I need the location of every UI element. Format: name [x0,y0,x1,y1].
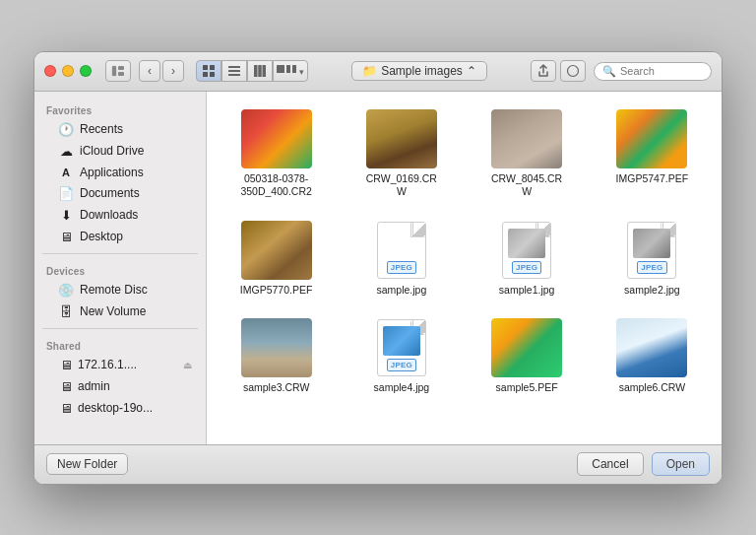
file-badge-7: JPEG [512,261,541,274]
file-item-12[interactable]: sample6.CRW [595,312,710,401]
svg-rect-7 [228,66,240,68]
open-button[interactable]: Open [652,452,710,476]
doc-icon-8: JPEG [627,222,676,279]
sidebar-item-ip1[interactable]: 🖥 172.16.1.... ⏏ [38,355,202,375]
favorites-section-label: Favorites [34,100,206,118]
admin-icon: 🖥 [58,379,74,394]
file-thumb-9 [241,318,312,377]
file-item-6[interactable]: JPEG sample.jpg [344,215,459,303]
view-list-button[interactable] [221,60,247,82]
new-folder-button[interactable]: New Folder [46,453,128,475]
content-area: Favorites 🕐 Recents ☁ iCloud Drive A App… [34,92,722,444]
svg-rect-12 [263,65,267,77]
svg-rect-8 [228,70,240,72]
close-button[interactable] [44,65,56,77]
sidebar-item-recents[interactable]: 🕐 Recents [38,119,202,140]
file-item-3[interactable]: CRW_8045.CRW [470,103,585,205]
file-name-7: sample1.jpg [499,284,555,298]
file-icon-10: JPEG [366,318,437,377]
view-gallery-button[interactable]: ▾ [273,60,308,82]
file-name-2: CRW_0169.CRW [362,172,441,199]
desktop-icon: 🖥 [58,230,74,244]
file-item-11[interactable]: sample5.PEF [470,312,585,401]
sidebar-divider-1 [42,253,198,254]
file-badge-6: JPEG [387,261,416,274]
file-name-4: IMGP5747.PEF [616,172,689,186]
file-thumb-3 [491,109,562,168]
file-item-7[interactable]: JPEG sample1.jpg [470,215,585,303]
desktop-label: Desktop [80,230,123,243]
file-thumb-1 [241,109,312,168]
applications-label: Applications [80,166,144,179]
sidebar-item-desktop19[interactable]: 🖥 desktop-19o... [38,398,202,419]
shared-section-label: Shared [34,335,206,354]
sidebar-toggle-button[interactable] [105,60,131,82]
action-buttons [531,60,586,82]
file-dialog-window: ‹ › [33,51,723,485]
sidebar-item-new-volume[interactable]: 🗄 New Volume [38,301,202,322]
svg-point-16 [568,66,579,77]
file-thumb-4 [616,109,687,168]
new-volume-icon: 🗄 [58,304,74,319]
titlebar: ‹ › [34,52,722,92]
file-item-2[interactable]: CRW_0169.CRW [344,103,459,205]
downloads-label: Downloads [80,208,138,222]
sidebar-item-documents[interactable]: 📄 Documents [38,183,202,204]
file-thumb-12 [616,318,687,377]
documents-icon: 📄 [58,186,74,201]
minimize-button[interactable] [62,65,74,77]
cancel-button[interactable]: Cancel [577,452,643,476]
file-name-3: CRW_8045.CRW [487,172,566,199]
svg-rect-15 [292,65,296,73]
ip1-icon: 🖥 [58,358,74,372]
applications-icon: A [58,167,74,178]
svg-rect-0 [112,66,116,76]
file-thumb-11 [491,318,562,377]
back-button[interactable]: ‹ [139,60,160,82]
file-item-1[interactable]: 050318-0378-350D_400.CR2 [219,103,334,205]
file-badge-8: JPEG [637,261,666,274]
downloads-icon: ⬇ [58,208,74,223]
tag-button[interactable] [560,60,586,82]
doc-icon-6: JPEG [377,222,426,279]
file-name-9: sample3.CRW [243,381,310,395]
nav-buttons: ‹ › [139,60,184,82]
file-name-1: 050318-0378-350D_400.CR2 [237,172,316,199]
sidebar-item-desktop[interactable]: 🖥 Desktop [38,227,202,247]
file-item-8[interactable]: JPEG sample2.jpg [595,215,710,303]
file-name-10: sample4.jpg [374,381,430,395]
ip1-label: 172.16.1.... [78,358,137,371]
folder-breadcrumb[interactable]: 📁 Sample images ⌃ [351,61,487,81]
sidebar-item-remote-disc[interactable]: 💿 Remote Disc [38,280,202,301]
sidebar-item-applications[interactable]: A Applications [38,163,202,182]
file-item-10[interactable]: JPEG sample4.jpg [344,312,459,401]
file-item-9[interactable]: sample3.CRW [219,312,334,401]
recents-icon: 🕐 [58,122,74,137]
file-icon-6: JPEG [366,221,437,280]
search-icon: 🔍 [602,65,616,78]
search-input[interactable] [620,65,699,77]
view-columns-button[interactable] [247,60,273,82]
svg-rect-10 [254,65,258,77]
file-name-12: sample6.CRW [619,381,686,395]
sidebar-item-downloads[interactable]: ⬇ Downloads [38,205,202,226]
file-badge-10: JPEG [387,359,416,371]
sidebar-item-icloud[interactable]: ☁ iCloud Drive [38,141,202,162]
doc-icon-7: JPEG [502,222,551,279]
svg-rect-1 [118,66,124,70]
view-icon-button[interactable] [196,60,221,82]
remote-disc-icon: 💿 [58,283,74,298]
documents-label: Documents [80,186,140,200]
file-name-5: IMGP5770.PEF [240,284,313,298]
svg-rect-11 [258,65,262,77]
share-button[interactable] [531,60,556,82]
svg-rect-14 [286,65,290,73]
traffic-lights [44,65,92,77]
file-item-5[interactable]: IMGP5770.PEF [219,215,334,303]
forward-button[interactable]: › [162,60,184,82]
search-box[interactable]: 🔍 [594,62,712,81]
sidebar-item-admin[interactable]: 🖥 admin [38,376,202,397]
eject-icon[interactable]: ⏏ [183,360,192,370]
maximize-button[interactable] [80,65,92,77]
file-item-4[interactable]: IMGP5747.PEF [595,103,710,205]
